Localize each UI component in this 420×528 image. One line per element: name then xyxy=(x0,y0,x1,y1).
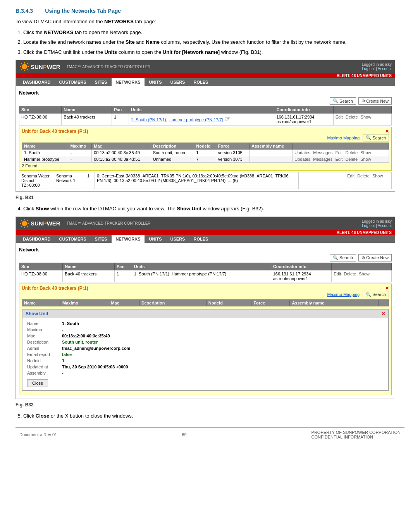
edit-link-b32[interactable]: Edit xyxy=(334,272,341,276)
messages-link-1[interactable]: Messages xyxy=(313,150,332,155)
cell-units-2: 0: Center-East (M0338_AREA01_TRK05 PN:1/… xyxy=(95,172,299,189)
show-link-1[interactable]: Show xyxy=(361,115,372,119)
cell-name-b32: Back 40 trackers xyxy=(63,270,115,282)
svg-point-0 xyxy=(22,64,27,69)
edit-sub-link-1[interactable]: Edit xyxy=(335,150,343,155)
sub-section-close-b32[interactable]: ✕ xyxy=(385,285,389,291)
create-new-icon-2: ⊕ xyxy=(361,255,365,260)
network-table-b32: Site Name Pan Units Coordinator info HQ … xyxy=(19,263,392,282)
show-unit-emailreport-value: false xyxy=(62,352,72,357)
delete-sub-link-2[interactable]: Delete xyxy=(345,157,358,162)
edit-link-1[interactable]: Edit xyxy=(336,115,343,119)
close-button[interactable]: Close xyxy=(27,379,48,387)
account-link-2[interactable]: Account xyxy=(378,224,392,228)
show-unit-close-x[interactable]: ✕ xyxy=(381,311,385,316)
delete-link-2[interactable]: Delete xyxy=(357,174,370,178)
col-units-b32: Units xyxy=(132,263,271,270)
maximo-mapping-link[interactable]: Maximo Mapping xyxy=(327,136,360,140)
edit-sub-link-2[interactable]: Edit xyxy=(335,157,343,162)
nav-customers[interactable]: CUSTOMERS xyxy=(55,78,90,86)
sunpower-sun-icon-2 xyxy=(19,218,30,229)
show-unit-dialog: Show Unit ✕ Name 1: South Maximo - xyxy=(22,309,389,391)
network-toolbar: 🔍 Search ⊕ Create New xyxy=(19,97,392,105)
account-link[interactable]: Account xyxy=(378,67,392,71)
nav-users[interactable]: USERS xyxy=(167,78,189,86)
create-new-button-2[interactable]: ⊕ Create New xyxy=(358,254,392,261)
search-label-sub: Search xyxy=(372,136,386,140)
messages-link-2[interactable]: Messages xyxy=(313,157,332,162)
nav-units-2[interactable]: UNITS xyxy=(145,235,166,243)
log-out-link[interactable]: Log out xyxy=(362,67,375,71)
cursor-icon: ☞ xyxy=(224,115,231,123)
footer-confidential: CONFIDENTIAL INFORMATION xyxy=(312,435,374,439)
show-unit-nodeid-label: Nodeid xyxy=(27,358,62,363)
show-link-2[interactable]: Show xyxy=(372,174,383,178)
sub-col-mac: Mac xyxy=(92,143,151,150)
sub-col-name-b32: Name xyxy=(22,299,60,306)
tmac-title: TMAC™ ADVANCED TRACKER CONTROLLER xyxy=(67,65,151,69)
updates-link-2[interactable]: Updates xyxy=(294,157,310,162)
create-new-icon-1: ⊕ xyxy=(361,98,365,103)
sub-section-title-b32: Unit for Back 40 trackers (P:1) xyxy=(22,285,88,291)
network-table-2: Sonoma Water District TZ:-08:00 Sonoma N… xyxy=(19,172,392,189)
screenshot-fig-b32: SUNPWER TMAC™ ADVANCED TRACKER CONTROLLE… xyxy=(15,217,395,399)
col-pan: Pan xyxy=(112,106,129,114)
delete-link-b32[interactable]: Delete xyxy=(344,272,356,276)
nav-networks-2[interactable]: NETWORKS xyxy=(112,235,144,243)
search-button-sub-b32[interactable]: 🔍 Search xyxy=(363,291,389,298)
show-sub-link-2[interactable]: Show xyxy=(360,157,371,162)
nav-customers-2[interactable]: CUSTOMERS xyxy=(55,235,90,243)
show-sub-link-1[interactable]: Show xyxy=(360,150,371,155)
delete-link-1[interactable]: Delete xyxy=(346,115,358,119)
sub-col-desc: Description xyxy=(151,143,194,150)
show-unit-maximo-label: Maximo xyxy=(27,327,62,332)
nav-networks[interactable]: NETWORKS xyxy=(112,78,144,86)
show-unit-emailreport-row: Email report false xyxy=(27,352,384,357)
nav-bar: DASHBOARD CUSTOMERS SITES NETWORKS UNITS… xyxy=(16,78,395,86)
sub-col-nodeid-b32: Nodeid xyxy=(206,299,251,306)
search-button-sub[interactable]: 🔍 Search xyxy=(363,134,389,141)
create-new-label-2: Create New xyxy=(366,255,389,260)
show-unit-admin-value: tmac_admin@sunpowercorp.com xyxy=(62,346,130,351)
maximo-mapping-link-b32[interactable]: Maximo Mapping xyxy=(327,292,360,297)
sub-col-maximo-b32: Maximo xyxy=(60,299,109,306)
show-unit-mac-label: Mac xyxy=(27,334,62,338)
nav-dashboard-2[interactable]: DASHBOARD xyxy=(19,235,55,243)
col-actions xyxy=(333,106,391,114)
intro-text: To view DTMAC unit information on the NE… xyxy=(15,18,405,26)
sub-col-force-b32: Force xyxy=(251,299,290,306)
sub-col-name: Name xyxy=(22,143,68,150)
nav-sites-2[interactable]: SITES xyxy=(91,235,111,243)
show-unit-header: Show Unit ✕ xyxy=(22,310,388,318)
edit-link-2[interactable]: Edit xyxy=(347,174,355,178)
show-unit-body: Name 1: South Maximo - Mac 00:13:a2:00:4… xyxy=(22,318,388,390)
updates-link-1[interactable]: Updates xyxy=(294,150,310,155)
svg-line-16 xyxy=(27,220,28,221)
delete-sub-link-1[interactable]: Delete xyxy=(345,150,358,155)
show-unit-assembly-label: Assembly xyxy=(27,371,62,375)
sub-section-close[interactable]: ✕ xyxy=(385,129,389,134)
network-section-label: Network xyxy=(19,90,392,96)
sub-section-b32: Unit for Back 40 trackers (P:1) ✕ Maximo… xyxy=(19,284,392,395)
nav-dashboard[interactable]: DASHBOARD xyxy=(19,78,55,86)
nav-sites[interactable]: SITES xyxy=(91,78,111,86)
step-4: Click Show within the row for the DTMAC … xyxy=(23,205,405,213)
nav-roles-2[interactable]: ROLES xyxy=(189,235,212,243)
show-unit-updated-row: Updated at Thu, 30 Sep 2010 00:05:03 +00… xyxy=(27,365,384,369)
unit-link-south[interactable]: 1: South (PN:1?/1), xyxy=(131,117,167,122)
log-out-link-2[interactable]: Log out xyxy=(362,224,375,228)
show-unit-desc-label: Description xyxy=(27,340,62,344)
create-new-button-1[interactable]: ⊕ Create New xyxy=(358,97,392,105)
nav-units[interactable]: UNITS xyxy=(145,78,166,86)
nav-roles[interactable]: ROLES xyxy=(189,78,212,86)
search-button-1[interactable]: 🔍 Search xyxy=(330,97,356,105)
show-link-b32[interactable]: Show xyxy=(359,272,370,276)
col-units: Units xyxy=(129,106,274,114)
search-button-2[interactable]: 🔍 Search xyxy=(330,254,356,261)
unit-link-hammer[interactable]: Hammer prototype (PN:1?/7) xyxy=(169,117,223,122)
tmac-body-2: Network 🔍 Search ⊕ Create New Site Name … xyxy=(16,243,395,399)
footer-doc: Document # Rev 01 xyxy=(19,432,57,437)
sub-cell-maximo-2: - xyxy=(68,156,92,163)
show-unit-title: Show Unit xyxy=(26,311,48,316)
nav-users-2[interactable]: USERS xyxy=(167,235,189,243)
